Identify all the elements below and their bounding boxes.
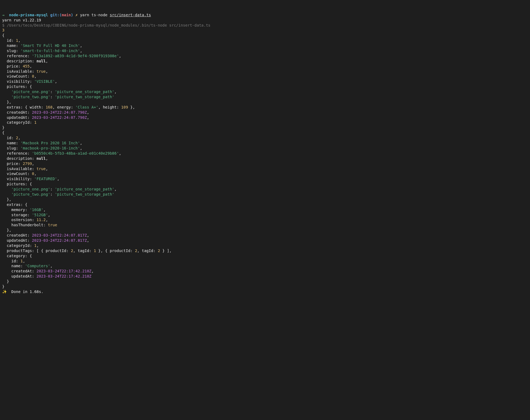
obj2-price-val: 2799 [23,161,32,166]
obj2-close: } [2,284,4,289]
obj1-close: } [2,125,4,130]
obj2-catname-key: name: [2,264,23,268]
obj1-slug-val: 'smart-tv-full-hd-40-inch' [20,49,80,53]
obj2-pic2-key: 'picture_two.png' [2,192,50,196]
count-output: 3 [2,28,4,32]
obj1-open: { [2,33,4,37]
obj2-tb-key: hasThunderbolt: [2,223,46,227]
obj2-catobj-open: category: { [2,254,32,258]
obj2-slug-val: 'macbook-pro-2020-16-inch' [20,146,80,150]
obj1-pic1-key: 'picture_one.png' [2,90,50,94]
git-branch: main [62,13,71,17]
obj2-pics-open: pictures: { [2,182,32,186]
git-dirty-icon: ✗ [75,13,78,17]
obj2-extras-open: extras: { [2,202,27,207]
obj1-price-key: price: [2,64,20,68]
obj1-slug-key: slug: [2,49,18,53]
obj2-ca-val: 2023-03-24T22:24:07.817Z [32,233,87,237]
obj2-ref-key: reference: [2,151,30,155]
obj2-mem-val: '16GB' [30,208,43,212]
obj1-pics-close: }, [2,100,11,104]
prompt-dir: node-prisma-mysql [9,13,48,17]
obj2-vis-key: visibility: [2,177,32,181]
obj2-name-key: name: [2,141,18,145]
command-arg: src/insert-data.ts [110,13,151,17]
obj1-pic2-key: 'picture_two.png' [2,95,50,99]
obj2-view-val: 0 [32,171,34,176]
dollar-sign: $ [2,23,4,27]
obj2-os-key: osVersion: [2,218,34,222]
obj1-cat-val: 1 [34,120,36,125]
obj1-avail-val: true [36,69,46,74]
terminal-output: → node-prisma-mysql git:(main) ✗ yarn ts… [2,12,528,294]
sparkle-icon: ✨ [2,289,7,294]
obj2-sto-val: '512GB' [32,213,48,217]
obj1-name-val: 'Smart TV Full HD 40 Inch' [20,43,80,48]
obj1-pics-open: pictures: { [2,84,32,89]
obj2-pics-close: }, [2,197,11,202]
obj2-view-key: viewCount: [2,171,30,176]
obj2-catname-val: 'Computers' [25,264,50,268]
obj2-price-key: price: [2,161,20,166]
obj1-ua-key: updatedAt: [2,115,30,120]
obj2-catca-val: 2023-03-24T22:17:42.210Z [36,269,91,273]
obj2-ua-key: updatedAt: [2,238,30,243]
obj2-id-val: 2 [16,136,18,140]
obj2-pic1-key: 'picture_one.png' [2,187,50,191]
obj1-ref-val: '713a1892-a839-4c1d-9ef4-9200f919308e' [32,54,119,58]
obj2-name-val: 'Macbook Pro 2020 16 Inch' [20,141,80,145]
obj2-extras-close: }, [2,228,11,232]
obj1-vis-key: visibility: [2,79,32,84]
obj1-pic2-val: 'picture_two_storage_path' [55,95,114,99]
obj2-id-key: id: [2,136,14,140]
obj1-ca-val: 2023-03-24T22:24:07.790Z [32,110,87,114]
obj2-catid-val: 1 [20,259,23,263]
obj1-ua-val: 2023-03-24T22:24:07.790Z [32,115,87,120]
obj2-avail-val: true [36,167,46,171]
obj1-price-val: 455 [23,64,30,68]
obj1-pic1-val: 'picture_one_storage_path' [55,90,114,94]
obj2-desc-val: null [36,156,46,161]
git-label: git:( [50,13,62,17]
obj1-vis-val: 'VISIBLE' [34,79,55,84]
obj1-desc-key: description: [2,59,34,63]
obj2-sto-key: storage: [2,213,30,217]
obj2-catobj-close: } [2,279,9,284]
prompt-arrow: → [2,13,4,17]
obj1-desc-val: null [36,59,46,63]
obj2-vis-val: 'FEATURED' [34,177,57,181]
obj1-id-key: id: [2,38,14,43]
obj1-view-key: viewCount: [2,74,30,78]
obj1-id-val: 1 [16,38,18,43]
obj1-view-val: 0 [32,74,34,78]
command: yarn ts-node [80,13,108,17]
obj2-pic1-val: 'picture_one_storage_path' [55,187,114,191]
obj2-desc-key: description: [2,156,34,161]
obj2-ref-val: 'b0550c4b-5fb3-48ba-a1ad-e01c40e29b86' [32,151,119,155]
obj2-catua-key: updatedAt: [2,274,34,278]
obj1-name-key: name: [2,43,18,48]
exec-path: /Users/teco/Desktop/CODING/node-prisma-m… [7,23,210,27]
yarn-run-line: yarn run v1.22.19 [2,18,41,22]
obj2-pic2-val: 'picture_two_storage_path' [55,192,114,196]
obj1-ref-key: reference: [2,54,30,58]
obj2-open: { [2,131,4,135]
obj2-avail-key: isAvailable: [2,167,34,171]
obj2-ua-val: 2023-03-24T22:24:07.817Z [32,238,87,243]
obj2-mem-key: memory: [2,208,27,212]
obj1-cat-key: categoryId: [2,120,32,125]
obj1-extras: extras: { width: [2,105,43,109]
obj2-tb-val: true [48,223,57,227]
obj2-pt: productTags: [ { productId: [2,249,68,253]
obj2-catid-key: id: [2,259,18,263]
obj2-catca-key: createdAt: [2,269,34,273]
obj2-ca-key: createdAt: [2,233,30,237]
obj2-catua-val: 2023-03-24T22:17:42.210Z [36,274,91,278]
obj1-avail-key: isAvailable: [2,69,34,74]
done-text: Done in 1.68s. [7,289,43,294]
obj2-slug-key: slug: [2,146,18,150]
obj2-cat-key: categoryId: [2,243,32,248]
obj1-ca-key: createdAt: [2,110,30,114]
obj2-os-val: 11.2 [36,218,46,222]
git-close: ) [71,13,73,17]
